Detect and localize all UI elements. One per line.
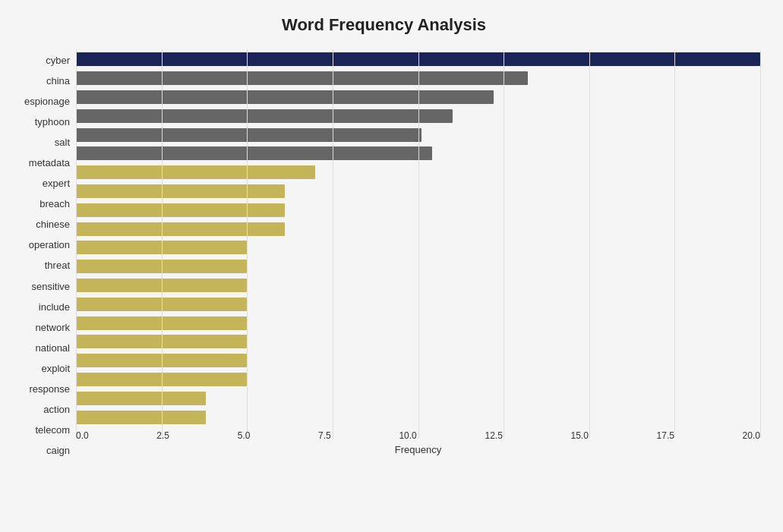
y-label-chinese: chinese (36, 219, 70, 229)
y-label-telecom: telecom (35, 425, 70, 435)
y-label-national: national (35, 343, 70, 353)
bar-expert (76, 165, 315, 179)
bar-row-typhoon (76, 108, 760, 124)
bar-row-response (76, 352, 760, 369)
x-tick-3: 7.5 (318, 430, 331, 441)
bars-and-grid: 0.02.55.07.510.012.515.017.520.0 Frequen… (76, 50, 760, 461)
y-label-breach: breach (39, 199, 70, 209)
bar-include (76, 279, 247, 292)
bar-row-metadata (76, 145, 760, 162)
bar-row-threat (76, 239, 760, 256)
bar-response (76, 354, 247, 367)
bar-row-espionage (76, 89, 760, 105)
bar-row-operation (76, 221, 760, 238)
bar-exploit (76, 335, 247, 348)
bar-espionage (76, 90, 494, 104)
x-tick-1: 2.5 (156, 430, 169, 441)
x-axis-label: Frequency (395, 444, 441, 455)
bar-network (76, 297, 247, 311)
y-axis: cyberchinaespionagetyphoonsaltmetadataex… (8, 50, 76, 461)
bar-row-breach (76, 183, 760, 200)
y-label-action: action (43, 405, 70, 414)
bar-row-include (76, 277, 760, 294)
y-label-operation: operation (29, 240, 70, 250)
y-label-include: include (39, 302, 70, 312)
bar-row-telecom (76, 390, 760, 407)
y-label-typhoon: typhoon (35, 117, 70, 127)
x-tick-8: 20.0 (743, 430, 760, 441)
bar-threat (76, 241, 247, 254)
bar-china (76, 71, 528, 85)
x-axis: 0.02.55.07.510.012.515.017.520.0 Frequen… (76, 430, 760, 461)
y-label-sensitive: sensitive (31, 282, 70, 291)
x-tick-6: 15.0 (571, 430, 589, 441)
bar-telecom (76, 392, 206, 405)
bar-row-national (76, 315, 760, 332)
grid-line-8 (760, 50, 761, 438)
bar-row-salt (76, 127, 760, 143)
bar-action (76, 373, 247, 386)
x-tick-0: 0.0 (76, 430, 89, 441)
x-tick-2: 5.0 (238, 430, 251, 441)
bar-row-caign (76, 409, 760, 426)
y-label-cyber: cyber (46, 55, 70, 65)
bar-caign (76, 411, 206, 424)
y-label-threat: threat (45, 260, 70, 270)
y-label-espionage: espionage (24, 96, 70, 106)
bar-row-action (76, 371, 760, 388)
bar-row-sensitive (76, 258, 760, 275)
x-ticks: 0.02.55.07.510.012.515.017.520.0 (76, 430, 760, 441)
bar-row-network (76, 296, 760, 313)
bar-sensitive (76, 260, 247, 273)
bar-metadata (76, 146, 432, 160)
bar-cyber (76, 52, 760, 66)
chart-container: Word Frequency Analysis cyberchinaespion… (0, 0, 783, 532)
y-label-caign: caign (46, 445, 70, 455)
y-label-metadata: metadata (29, 158, 70, 168)
y-label-salt: salt (55, 137, 70, 147)
chart-title: Word Frequency Analysis (8, 15, 760, 35)
bar-row-china (76, 70, 760, 87)
bar-national (76, 316, 247, 330)
bar-salt (76, 128, 421, 142)
bar-row-exploit (76, 333, 760, 350)
x-tick-7: 17.5 (657, 430, 674, 441)
bar-row-chinese (76, 202, 760, 219)
bar-typhoon (76, 109, 453, 123)
y-label-china: china (46, 76, 70, 86)
x-tick-5: 12.5 (485, 430, 502, 441)
bar-chinese (76, 203, 285, 217)
x-tick-4: 10.0 (399, 430, 416, 441)
bar-row-expert (76, 164, 760, 181)
y-label-network: network (35, 323, 70, 332)
bars-wrapper (76, 50, 760, 427)
chart-area: cyberchinaespionagetyphoonsaltmetadataex… (8, 50, 760, 461)
bar-breach (76, 184, 285, 198)
y-label-exploit: exploit (41, 364, 70, 373)
y-label-expert: expert (43, 178, 70, 188)
bar-row-cyber (76, 51, 760, 68)
bar-operation (76, 222, 285, 236)
y-label-response: response (30, 384, 70, 394)
